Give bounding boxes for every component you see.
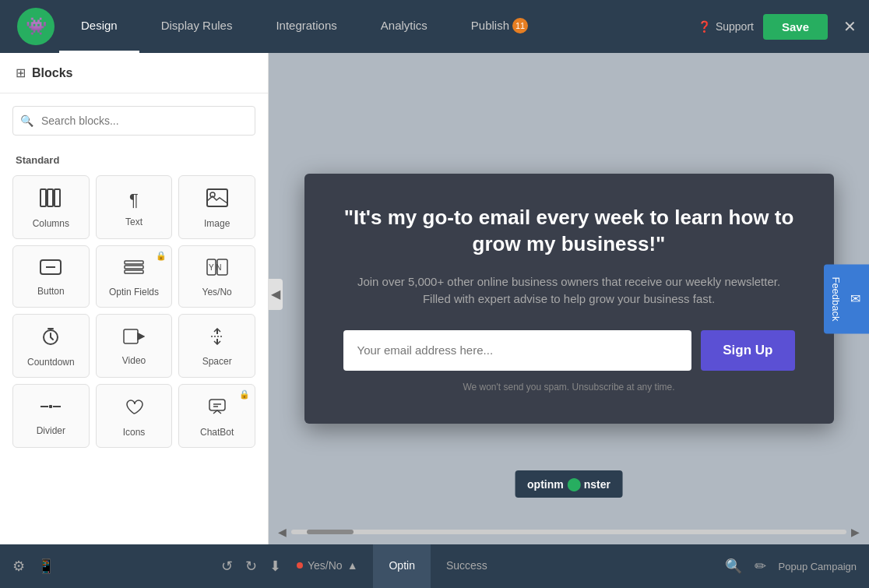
svg-rect-14 [124, 329, 138, 343]
popup-modal: "It's my go-to email every week to learn… [304, 174, 834, 424]
bottom-search-icon[interactable]: 🔍 [725, 558, 742, 575]
block-chatbot[interactable]: 🔒 ChatBot [178, 384, 255, 448]
nav-tab-design[interactable]: Design [59, 0, 139, 53]
image-icon [206, 188, 228, 212]
email-input[interactable] [343, 330, 692, 371]
logo-icon: 👾 [17, 8, 55, 45]
close-button[interactable]: ✕ [843, 17, 857, 36]
support-button[interactable]: ❓ Support [698, 20, 754, 33]
canvas-area: "It's my go-to email every week to learn… [269, 53, 869, 544]
undo-icon[interactable]: ↺ [221, 558, 233, 575]
search-icon: 🔍 [20, 114, 33, 127]
svg-rect-19 [49, 405, 52, 408]
block-icons[interactable]: Icons [96, 384, 173, 448]
optinmonster-brand: optinm ⬤ nster [515, 470, 623, 498]
block-divider[interactable]: Divider [12, 384, 90, 448]
nav-tabs: Design Display Rules Integrations Analyt… [59, 0, 698, 53]
svg-rect-8 [125, 266, 143, 269]
sidebar-collapse-arrow[interactable]: ◀ [269, 279, 283, 310]
yes-no-icon: Y N [206, 259, 228, 280]
scroll-right-arrow[interactable]: ▶ [851, 526, 860, 538]
yes-no-dot [297, 562, 303, 569]
nav-right: ❓ Support Save ✕ [698, 14, 857, 40]
block-optin-fields[interactable]: 🔒 Optin Fields [96, 245, 173, 308]
brand-monster-icon: ⬤ [567, 477, 581, 491]
download-icon[interactable]: ⬇ [269, 558, 281, 575]
icons-icon [125, 397, 143, 421]
bottom-tab-optin[interactable]: Optin [373, 544, 430, 588]
mobile-icon[interactable]: 📱 [37, 558, 55, 575]
svg-rect-7 [125, 261, 143, 264]
bottom-edit-icon[interactable]: ✏ [755, 558, 766, 575]
text-icon: ¶ [129, 190, 139, 210]
scroll-left-arrow[interactable]: ◀ [278, 526, 287, 538]
popup-headline: "It's my go-to email every week to learn… [343, 205, 795, 258]
block-spacer[interactable]: Spacer [178, 314, 255, 378]
popup-subtext: Join over 5,000+ other online business o… [343, 273, 795, 308]
sidebar: ⊞ Blocks 🔍 Standard Columns ¶ Text [0, 53, 269, 544]
bottom-bar: ⚙ 📱 ↺ ↻ ⬇ Yes/No ▲ Optin Success 🔍 ✏ Pop… [0, 544, 869, 588]
publish-badge: 11 [512, 18, 528, 33]
question-icon: ❓ [698, 20, 711, 33]
feedback-tab[interactable]: ✉ Feedback [824, 264, 869, 333]
svg-rect-0 [40, 189, 46, 206]
block-countdown[interactable]: Countdown [12, 314, 90, 378]
spacer-icon [208, 328, 227, 350]
nav-tab-analytics[interactable]: Analytics [359, 0, 449, 53]
block-button[interactable]: Button [12, 245, 90, 308]
chatbot-lock-icon: 🔒 [239, 389, 250, 400]
popup-form: Sign Up [343, 330, 795, 371]
lock-icon: 🔒 [156, 251, 167, 261]
save-button[interactable]: Save [763, 14, 828, 40]
bottom-tabs: Yes/No ▲ Optin Success [281, 544, 725, 588]
sidebar-header: ⊞ Blocks [0, 53, 268, 93]
columns-icon [40, 188, 62, 212]
chatbot-icon [208, 397, 227, 421]
bottom-tab-success[interactable]: Success [431, 544, 503, 588]
nav-tab-integrations[interactable]: Integrations [254, 0, 358, 53]
block-columns[interactable]: Columns [12, 175, 90, 239]
svg-rect-2 [55, 189, 60, 206]
bottom-tab-yes-no[interactable]: Yes/No ▲ [281, 544, 373, 588]
block-text[interactable]: ¶ Text [96, 175, 173, 239]
block-image[interactable]: Image [178, 175, 255, 239]
campaign-label: Popup Campaign [779, 561, 857, 572]
feedback-icon: ✉ [848, 291, 863, 306]
signup-button[interactable]: Sign Up [701, 330, 794, 371]
popup-disclaimer: We won't send you spam. Unsubscribe at a… [343, 382, 795, 393]
main-layout: ⊞ Blocks 🔍 Standard Columns ¶ Text [0, 53, 869, 544]
chevron-up-icon: ▲ [347, 559, 358, 572]
optin-icon [124, 259, 144, 280]
blocks-title: Blocks [32, 66, 72, 80]
button-icon [40, 259, 62, 280]
blocks-grid: Columns ¶ Text Image Button 🔒 [0, 175, 268, 460]
block-video[interactable]: Video [96, 314, 173, 378]
section-standard-label: Standard [0, 148, 268, 175]
block-yes-no[interactable]: Y N Yes/No [178, 245, 255, 308]
svg-rect-1 [47, 189, 53, 206]
search-box: 🔍 [12, 106, 255, 136]
blocks-icon: ⊞ [16, 65, 26, 80]
bottom-right-tools: 🔍 ✏ Popup Campaign [725, 558, 857, 575]
search-input[interactable] [12, 106, 255, 136]
nav-tab-display-rules[interactable]: Display Rules [139, 0, 255, 53]
logo: 👾 [12, 3, 59, 50]
bottom-left-tools: ⚙ 📱 ↺ ↻ ⬇ [12, 558, 281, 575]
settings-icon[interactable]: ⚙ [12, 558, 25, 575]
redo-icon[interactable]: ↻ [245, 558, 257, 575]
svg-text:Y N: Y N [209, 263, 222, 272]
svg-rect-9 [125, 270, 143, 273]
top-navigation: 👾 Design Display Rules Integrations Anal… [0, 0, 869, 53]
scroll-thumb[interactable] [307, 530, 354, 534]
scroll-track [291, 530, 846, 534]
divider-icon [40, 399, 62, 419]
countdown-icon [41, 327, 60, 350]
nav-tab-publish[interactable]: Publish 11 [449, 0, 550, 53]
svg-rect-21 [209, 400, 225, 410]
video-icon [123, 329, 145, 349]
